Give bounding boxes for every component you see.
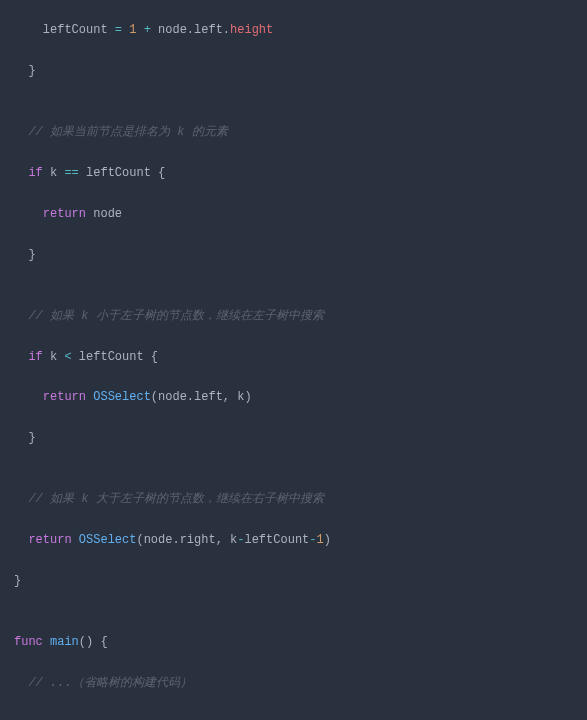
code-line: } [14, 571, 573, 591]
code-wrapper: leftCount = 1 + node.left.height } // 如果… [0, 0, 587, 720]
code-comment: // 如果当前节点是排名为 k 的元素 [14, 122, 573, 142]
code-line: if k < leftCount { [14, 347, 573, 367]
code-line: return node [14, 204, 573, 224]
code-line: leftCount = 1 + node.left.height [14, 20, 573, 40]
code-block: leftCount = 1 + node.left.height } // 如果… [0, 0, 587, 720]
code-line: func main() { [14, 632, 573, 652]
code-comment: // 如果 k 大于左子树的节点数，继续在右子树中搜索 [14, 489, 573, 509]
code-comment: // ...（省略树的构建代码） [14, 673, 573, 693]
code-line: return OSSelect(node.left, k) [14, 387, 573, 407]
code-line: return OSSelect(node.right, k-leftCount-… [14, 530, 573, 550]
code-line: if k == leftCount { [14, 163, 573, 183]
code-comment: // 如果 k 小于左子树的节点数，继续在左子树中搜索 [14, 306, 573, 326]
code-line: } [14, 428, 573, 448]
code-line: } [14, 61, 573, 81]
code-line: } [14, 245, 573, 265]
